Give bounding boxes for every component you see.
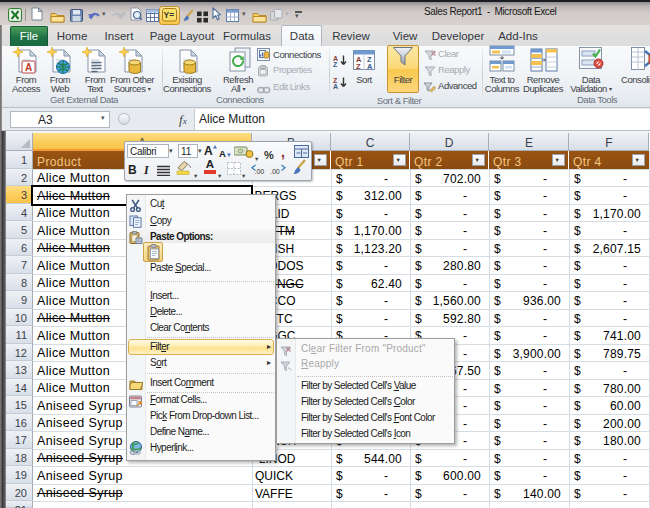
svg-text:Z: Z — [356, 62, 361, 70]
svg-text:A: A — [25, 62, 32, 73]
svg-text:A: A — [333, 83, 338, 89]
svg-text:.00: .00 — [255, 168, 265, 175]
svg-text:.00: .00 — [270, 168, 280, 175]
svg-text:A: A — [204, 144, 213, 157]
svg-text:A: A — [367, 62, 373, 70]
svg-text:Z: Z — [333, 61, 338, 67]
svg-text:A: A — [219, 148, 226, 159]
svg-text:Y=: Y= — [164, 10, 175, 20]
